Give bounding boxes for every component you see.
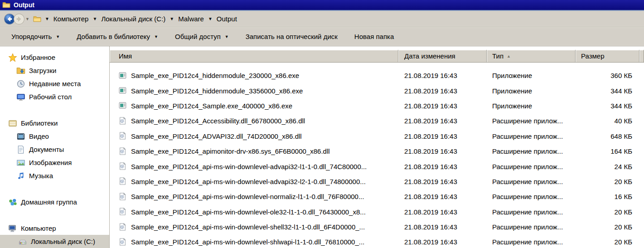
dll-file-icon: [119, 208, 127, 216]
dll-file-icon: [119, 147, 127, 156]
dll-file-icon: [119, 193, 127, 201]
sort-asc-icon: ▲: [507, 54, 511, 58]
file-row[interactable]: Sample_exe_PID12c4_api-ms-win-downlevel-…: [110, 189, 644, 204]
file-name: Sample_exe_PID12c4_Accessibility.dll_667…: [131, 117, 305, 125]
sidebar-item-documents[interactable]: Документы: [0, 143, 109, 156]
explorer-window: Output ▼ ▼ Компьютер: [0, 0, 644, 248]
file-name-cell: Sample_exe_PID12c4_apimonitor-drv-x86.sy…: [110, 147, 398, 156]
file-row[interactable]: Sample_exe_PID12c4_api-ms-win-downlevel-…: [110, 234, 644, 248]
file-size: 40 КБ: [576, 117, 639, 125]
sidebar-section-gap: [0, 209, 109, 222]
file-type: Расширение прилож...: [487, 163, 576, 170]
toolbar-button-organize[interactable]: Упорядочить ▼: [11, 33, 60, 40]
file-row[interactable]: Sample_exe_PID12c4_api-ms-win-downlevel-…: [110, 159, 644, 174]
sidebar-item-label: Музыка: [29, 172, 53, 180]
navigation-pane: Избранное Загрузки Недавние места Рабочи…: [0, 46, 110, 248]
sidebar-item-downloads[interactable]: Загрузки: [0, 64, 109, 77]
file-name: Sample_exe_PID12c4_apimonitor-drv-x86.sy…: [131, 147, 330, 155]
sidebar-item-label: Компьютер: [21, 224, 56, 232]
file-row[interactable]: Sample_exe_PID12c4_hiddenmodule_230000_x…: [110, 68, 644, 83]
sidebar-item-desktop[interactable]: Рабочий стол: [0, 90, 109, 103]
file-size: 16 КБ: [576, 193, 639, 200]
file-name-cell: Sample_exe_PID12c4_api-ms-win-downlevel-…: [110, 208, 398, 216]
file-size: 20 КБ: [576, 238, 639, 246]
sidebar-item-favorites[interactable]: Избранное: [0, 51, 109, 64]
file-row[interactable]: Sample_exe_PID12c4_apimonitor-drv-x86.sy…: [110, 144, 644, 159]
sidebar-item-label: Рабочий стол: [29, 93, 72, 101]
file-name-cell: Sample_exe_PID12c4_Accessibility.dll_667…: [110, 117, 398, 125]
sidebar-item-libraries[interactable]: Библиотеки: [0, 117, 109, 130]
dll-file-icon: [119, 162, 127, 170]
file-type: Приложение: [487, 72, 576, 79]
chevron-down-icon[interactable]: ▼: [169, 16, 174, 21]
file-row[interactable]: Sample_exe_PID12c4_api-ms-win-downlevel-…: [110, 174, 644, 189]
file-size: 24 КБ: [576, 163, 639, 170]
file-date: 21.08.2019 16:43: [398, 132, 487, 140]
sidebar-item-recent-places[interactable]: Недавние места: [0, 77, 109, 90]
file-row[interactable]: Sample_exe_PID12c4_api-ms-win-downlevel-…: [110, 204, 644, 219]
file-size: 20 КБ: [576, 178, 639, 185]
column-header-label: Тип: [492, 52, 504, 60]
file-name: Sample_exe_PID12c4_Sample.exe_400000_x86…: [131, 102, 292, 110]
file-row[interactable]: Sample_exe_PID12c4_ADVAPI32.dll_74D20000…: [110, 129, 644, 144]
homegroup-icon: [8, 198, 17, 207]
breadcrumb-item-output[interactable]: Output: [217, 15, 237, 23]
file-name-cell: Sample_exe_PID12c4_api-ms-win-downlevel-…: [110, 223, 398, 231]
sidebar-item-music[interactable]: Музыка: [0, 169, 109, 182]
sidebar-item-pictures[interactable]: Изображения: [0, 156, 109, 169]
toolbar-button-new-folder[interactable]: Новая папка: [354, 33, 394, 40]
sidebar-item-local-disk-c[interactable]: Локальный диск (C:): [0, 235, 109, 248]
chevron-down-icon[interactable]: ▼: [92, 16, 97, 21]
file-name: Sample_exe_PID12c4_api-ms-win-downlevel-…: [131, 193, 364, 200]
file-rows: Sample_exe_PID12c4_hiddenmodule_230000_x…: [110, 68, 644, 248]
sidebar-item-label: Изображения: [29, 159, 72, 166]
recent-places-icon: [16, 79, 25, 88]
toolbar-button-burn-disc[interactable]: Записать на оптический диск: [246, 33, 338, 40]
toolbar-button-label: Записать на оптический диск: [246, 33, 338, 40]
sidebar-item-label: Недавние места: [29, 80, 81, 88]
desktop-icon: [16, 92, 25, 102]
window-title: Output: [14, 1, 34, 9]
file-row[interactable]: Sample_exe_PID12c4_hiddenmodule_3356000_…: [110, 83, 644, 98]
breadcrumb-item-local-disk-c[interactable]: Локальный диск (C:): [101, 15, 165, 23]
toolbar-button-label: Общий доступ: [175, 33, 221, 40]
sidebar-item-homegroup[interactable]: Домашняя группа: [0, 195, 109, 209]
chevron-down-icon[interactable]: ▼: [208, 16, 213, 21]
toolbar-button-add-to-library[interactable]: Добавить в библиотеку ▼: [77, 33, 158, 40]
file-type: Приложение: [487, 102, 576, 110]
file-name-cell: Sample_exe_PID12c4_api-ms-win-downlevel-…: [110, 162, 398, 170]
file-date: 21.08.2019 16:43: [398, 147, 487, 155]
sidebar-item-computer[interactable]: Компьютер: [0, 222, 109, 235]
main-content: Избранное Загрузки Недавние места Рабочи…: [0, 46, 644, 248]
breadcrumb-item-malware[interactable]: Malware: [178, 15, 204, 23]
file-row[interactable]: Sample_exe_PID12c4_api-ms-win-downlevel-…: [110, 219, 644, 234]
file-row[interactable]: Sample_exe_PID12c4_Accessibility.dll_667…: [110, 113, 644, 128]
file-date: 21.08.2019 16:43: [398, 178, 487, 185]
chevron-down-icon[interactable]: ▼: [45, 16, 49, 21]
file-name: Sample_exe_PID12c4_hiddenmodule_3356000_…: [131, 87, 303, 95]
forward-button[interactable]: [13, 13, 25, 25]
breadcrumb-item-computer[interactable]: Компьютер: [53, 15, 89, 23]
file-type: Расширение прилож...: [487, 178, 576, 185]
file-type: Расширение прилож...: [487, 223, 576, 231]
recent-pages-dropdown[interactable]: ▼: [25, 17, 29, 21]
column-header-name[interactable]: Имя: [110, 50, 398, 63]
sidebar-item-label: Загрузки: [29, 67, 56, 74]
file-name-cell: Sample_exe_PID12c4_Sample.exe_400000_x86…: [110, 102, 398, 110]
video-library-icon: [16, 132, 25, 141]
column-header-label: Дата изменения: [404, 52, 455, 60]
column-header-size[interactable]: Размер: [576, 50, 639, 63]
file-row[interactable]: Sample_exe_PID12c4_Sample.exe_400000_x86…: [110, 98, 644, 113]
file-name-cell: Sample_exe_PID12c4_api-ms-win-downlevel-…: [110, 238, 398, 246]
toolbar-button-share[interactable]: Общий доступ ▼: [175, 33, 229, 40]
file-name-cell: Sample_exe_PID12c4_hiddenmodule_230000_x…: [110, 72, 398, 80]
sidebar-item-label: Библиотеки: [21, 119, 58, 127]
file-size: 344 КБ: [576, 87, 639, 95]
dll-file-icon: [119, 132, 127, 140]
column-header-date-modified[interactable]: Дата изменения: [398, 50, 487, 63]
column-header-type[interactable]: Тип▲: [487, 50, 576, 63]
file-name: Sample_exe_PID12c4_api-ms-win-downlevel-…: [131, 163, 367, 170]
sidebar-item-video[interactable]: Видео: [0, 130, 109, 143]
sidebar-section-gap: [0, 103, 109, 117]
star-icon: [8, 53, 17, 62]
